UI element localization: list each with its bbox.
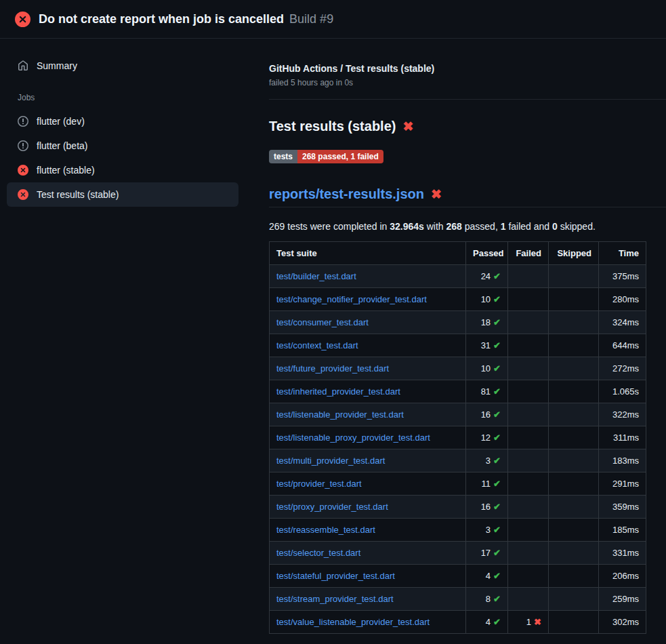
failed-x-icon: ✖ xyxy=(431,188,442,201)
check-icon: ✔ xyxy=(493,409,501,420)
test-suite-link[interactable]: test/proxy_provider_test.dart xyxy=(276,502,388,512)
table-row: test/provider_test.dart11✔291ms xyxy=(270,472,646,496)
test-suite-link[interactable]: test/listenable_provider_test.dart xyxy=(276,409,404,420)
table-row: test/proxy_provider_test.dart16✔359ms xyxy=(270,496,646,519)
time-cell: 311ms xyxy=(599,426,646,449)
time-cell: 375ms xyxy=(599,265,646,288)
time-cell: 302ms xyxy=(599,611,646,634)
passed-count: 11 xyxy=(482,479,491,489)
test-suite-link[interactable]: test/inherited_provider_test.dart xyxy=(276,386,400,397)
report-link[interactable]: reports/test-results.json xyxy=(269,185,424,203)
job-label: flutter (dev) xyxy=(37,116,85,127)
sidebar-job-item[interactable]: Test results (stable) xyxy=(7,182,238,207)
passed-count: 4 xyxy=(486,571,491,581)
passed-count: 4 xyxy=(486,617,491,627)
time-cell: 322ms xyxy=(599,403,646,426)
test-suite-link[interactable]: test/builder_test.dart xyxy=(276,271,356,281)
sidebar-job-item[interactable]: flutter (dev) xyxy=(7,109,238,134)
table-row: test/reassemble_test.dart3✔185ms xyxy=(270,519,646,542)
passed-count: 31 xyxy=(481,340,491,350)
column-header-passed: Passed xyxy=(466,242,508,265)
passed-count: 17 xyxy=(481,548,491,558)
test-suite-link[interactable]: test/stateful_provider_test.dart xyxy=(276,571,395,581)
check-icon: ✔ xyxy=(493,594,501,604)
badge-value: 268 passed, 1 failed xyxy=(297,150,383,163)
passed-count: 16 xyxy=(481,409,491,420)
check-icon: ✔ xyxy=(493,386,501,397)
check-icon: ✔ xyxy=(493,525,501,535)
table-row: test/builder_test.dart24✔375ms xyxy=(270,265,646,288)
job-label: flutter (stable) xyxy=(37,165,95,176)
column-header-test-suite: Test suite xyxy=(270,242,466,265)
sidebar-summary-label: Summary xyxy=(37,60,77,71)
table-row: test/consumer_test.dart18✔324ms xyxy=(270,311,646,334)
table-row: test/inherited_provider_test.dart81✔1.06… xyxy=(270,380,646,403)
column-header-failed: Failed xyxy=(508,242,549,265)
test-suite-link[interactable]: test/change_notifier_provider_test.dart xyxy=(276,294,427,304)
test-suite-link[interactable]: test/listenable_proxy_provider_test.dart xyxy=(276,432,430,443)
test-suite-link[interactable]: test/context_test.dart xyxy=(276,340,358,350)
table-row: test/listenable_provider_test.dart16✔322… xyxy=(270,403,646,426)
summary-passed: 268 xyxy=(446,221,462,232)
test-suite-link[interactable]: test/future_provider_test.dart xyxy=(276,363,389,374)
build-number: Build #9 xyxy=(289,12,333,26)
check-icon: ✔ xyxy=(493,548,501,558)
time-cell: 259ms xyxy=(599,588,646,611)
summary-prefix: 269 tests were completed in xyxy=(269,221,390,232)
failed-status-icon xyxy=(18,189,28,200)
passed-count: 8 xyxy=(486,594,491,604)
table-row: test/selector_test.dart17✔331ms xyxy=(270,542,646,565)
time-cell: 359ms xyxy=(599,496,646,519)
passed-count: 16 xyxy=(481,502,491,512)
check-title-text: Test results (stable) xyxy=(269,117,396,135)
passed-count: 3 xyxy=(486,456,491,466)
breadcrumb: GitHub Actions / Test results (stable) xyxy=(269,63,666,74)
check-icon: ✔ xyxy=(493,271,501,281)
time-cell: 272ms xyxy=(599,357,646,380)
test-suite-link[interactable]: test/multi_provider_test.dart xyxy=(276,456,385,466)
report-heading: reports/test-results.json ✖ xyxy=(269,185,666,207)
test-suite-link[interactable]: test/reassemble_test.dart xyxy=(276,525,375,535)
check-icon: ✔ xyxy=(493,317,501,327)
sidebar: Summary Jobs flutter (dev)flutter (beta)… xyxy=(0,39,245,644)
check-icon: ✔ xyxy=(493,363,501,374)
run-meta: failed 5 hours ago in 0s xyxy=(269,78,666,87)
test-suite-link[interactable]: test/value_listenable_provider_test.dart xyxy=(276,617,430,627)
passed-count: 10 xyxy=(481,294,491,304)
passed-count: 81 xyxy=(481,386,491,397)
page-header: Do not create report when job is cancell… xyxy=(0,0,666,39)
job-label: flutter (beta) xyxy=(37,140,87,151)
passed-count: 18 xyxy=(481,317,491,327)
run-title: Do not create report when job is cancell… xyxy=(39,12,284,26)
check-title: Test results (stable) ✖ xyxy=(269,117,666,135)
check-icon: ✔ xyxy=(493,456,501,466)
column-header-skipped: Skipped xyxy=(549,242,599,265)
neutral-status-icon xyxy=(18,140,28,151)
home-icon xyxy=(18,60,28,71)
test-suite-link[interactable]: test/selector_test.dart xyxy=(276,548,360,558)
test-suite-link[interactable]: test/consumer_test.dart xyxy=(276,317,369,327)
summary-failed: 1 xyxy=(501,221,506,232)
check-icon: ✔ xyxy=(493,479,501,489)
job-label: Test results (stable) xyxy=(37,189,119,200)
failed-count: 1 xyxy=(526,617,531,627)
jobs-heading: Jobs xyxy=(7,93,238,102)
summary-mid2: passed, xyxy=(462,221,501,232)
test-suite-link[interactable]: test/stream_provider_test.dart xyxy=(276,594,394,604)
passed-count: 3 xyxy=(486,525,491,535)
summary-line: 269 tests were completed in 32.964s with… xyxy=(269,221,666,232)
test-suite-link[interactable]: test/provider_test.dart xyxy=(276,479,362,489)
table-row: test/listenable_proxy_provider_test.dart… xyxy=(270,426,646,449)
sidebar-job-item[interactable]: flutter (beta) xyxy=(7,134,238,158)
table-row: test/context_test.dart31✔644ms xyxy=(270,334,646,357)
sidebar-item-summary[interactable]: Summary xyxy=(7,54,238,78)
time-cell: 1.065s xyxy=(599,380,646,403)
badge-label: tests xyxy=(269,150,297,163)
run-failed-icon xyxy=(15,12,30,27)
time-cell: 183ms xyxy=(599,449,646,472)
table-row: test/change_notifier_provider_test.dart1… xyxy=(270,288,646,311)
check-icon: ✔ xyxy=(493,571,501,581)
time-cell: 185ms xyxy=(599,519,646,542)
sidebar-job-item[interactable]: flutter (stable) xyxy=(7,158,238,182)
summary-mid1: with xyxy=(424,221,446,232)
